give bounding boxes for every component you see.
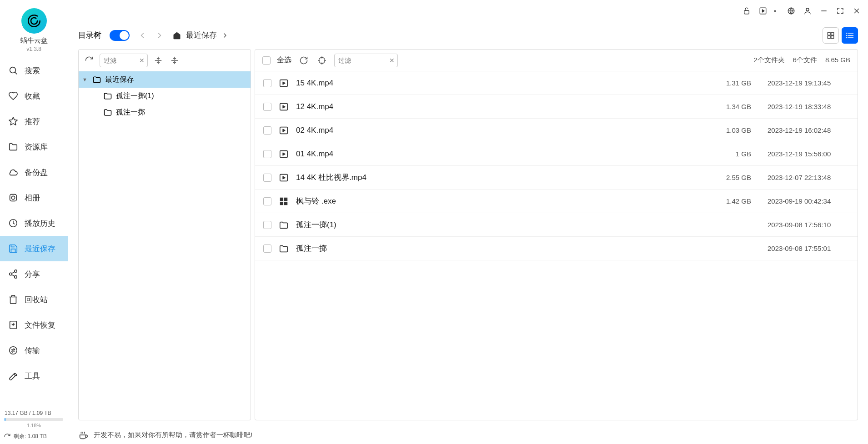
footer: 开发不易，如果对你有所帮助，请赏作者一杯咖啡吧!	[68, 426, 868, 444]
folder-icon	[103, 91, 112, 100]
sidebar-item-recover[interactable]: 文件恢复	[0, 312, 68, 338]
sidebar-item-heart[interactable]: 收藏	[0, 83, 68, 109]
sidebar-item-save[interactable]: 最近保存	[0, 236, 68, 261]
nav-forward[interactable]	[155, 31, 164, 40]
sidebar-item-label: 分享	[25, 269, 40, 279]
sidebar-item-search[interactable]: 搜索	[0, 58, 68, 83]
tree-toolbar: ✕	[79, 50, 251, 71]
row-checkbox[interactable]	[263, 244, 271, 253]
file-refresh[interactable]	[298, 55, 310, 66]
row-checkbox[interactable]	[263, 174, 271, 182]
video-icon	[279, 78, 289, 88]
play-menu-icon[interactable]	[759, 7, 767, 15]
unlock-icon[interactable]	[743, 7, 751, 15]
close-icon[interactable]	[853, 7, 861, 15]
sidebar-item-folder[interactable]: 资源库	[0, 134, 68, 160]
sidebar-item-album[interactable]: 相册	[0, 185, 68, 210]
file-name: 02 4K.mp4	[296, 126, 694, 135]
sidebar-item-star[interactable]: 推荐	[0, 109, 68, 134]
video-icon	[279, 125, 289, 135]
file-row[interactable]: 孤注一掷 2023-09-08 17:55:01	[255, 237, 858, 260]
file-row[interactable]: 枫与铃 .exe 1.42 GB 2023-09-19 00:42:34	[255, 190, 858, 213]
file-name: 14 4K 杜比视界.mp4	[296, 172, 694, 183]
row-checkbox[interactable]	[263, 197, 271, 205]
row-checkbox[interactable]	[263, 103, 271, 111]
sidebar-item-cloud[interactable]: 备份盘	[0, 160, 68, 185]
sidebar-item-label: 推荐	[25, 116, 40, 127]
row-checkbox[interactable]	[263, 221, 271, 229]
file-date: 2023-09-08 17:56:10	[758, 221, 849, 229]
file-row[interactable]: 01 4K.mp4 1 GB 2023-12-19 15:56:00	[255, 142, 858, 166]
sidebar-item-label: 资源库	[25, 142, 48, 152]
coffee-icon	[78, 430, 88, 440]
file-row[interactable]: 02 4K.mp4 1.03 GB 2023-12-19 16:02:48	[255, 119, 858, 142]
search-icon	[8, 65, 18, 75]
clock-icon	[8, 218, 18, 228]
folder-icon	[92, 75, 101, 84]
tree-toggle[interactable]	[110, 30, 130, 41]
file-row[interactable]: 15 4K.mp4 1.31 GB 2023-12-19 19:13:45	[255, 71, 858, 95]
view-grid-button[interactable]	[823, 27, 839, 44]
tree-toggle-label: 目录树	[78, 30, 101, 40]
file-date: 2023-09-19 00:42:34	[758, 197, 849, 205]
folder-icon	[103, 108, 112, 117]
file-name: 孤注一掷(1)	[296, 220, 694, 230]
file-row[interactable]: 12 4K.mp4 1.34 GB 2023-12-19 18:33:48	[255, 95, 858, 119]
wrench-icon	[8, 371, 18, 381]
row-checkbox[interactable]	[263, 79, 271, 87]
sidebar-item-label: 回收站	[25, 294, 48, 305]
sidebar-item-wrench[interactable]: 工具	[0, 363, 68, 389]
file-date: 2023-12-07 22:13:48	[758, 174, 849, 181]
row-checkbox[interactable]	[263, 150, 271, 158]
tree-filter-input[interactable]	[104, 57, 135, 64]
nav-back[interactable]	[138, 31, 147, 40]
tree-expand[interactable]	[152, 55, 164, 66]
file-date: 2023-12-19 18:33:48	[758, 103, 849, 110]
save-icon	[8, 244, 18, 254]
tree-arrow-icon[interactable]: ▼	[82, 77, 89, 82]
sidebar-item-label: 传输	[25, 345, 40, 356]
file-size: 1.34 GB	[701, 103, 751, 110]
file-filter-input[interactable]	[338, 57, 384, 64]
maximize-icon[interactable]	[836, 7, 844, 15]
row-checkbox[interactable]	[263, 126, 271, 135]
file-name: 孤注一掷	[296, 243, 694, 254]
sidebar-item-transfer[interactable]: 传输	[0, 338, 68, 363]
storage-used: 13.17 GB / 1.09 TB	[5, 410, 63, 416]
video-icon	[279, 173, 289, 183]
video-icon	[279, 102, 289, 112]
tree-item[interactable]: 孤注一掷(1)	[79, 88, 251, 104]
user-icon[interactable]	[803, 7, 812, 15]
tree-refresh[interactable]	[83, 55, 95, 66]
sidebar-item-label: 最近保存	[25, 244, 55, 254]
breadcrumb[interactable]: 最近保存	[172, 30, 229, 40]
sidebar-item-label: 工具	[25, 371, 40, 381]
tree-collapse[interactable]	[169, 55, 181, 66]
file-filter[interactable]: ✕	[334, 54, 398, 67]
view-list-button[interactable]	[842, 27, 858, 44]
file-row[interactable]: 14 4K 杜比视界.mp4 2.55 GB 2023-12-07 22:13:…	[255, 166, 858, 190]
storage-bar	[5, 418, 63, 421]
select-all-checkbox[interactable]	[262, 56, 271, 65]
sidebar-item-clock[interactable]: 播放历史	[0, 210, 68, 236]
tree-filter[interactable]: ✕	[100, 54, 148, 67]
minimize-icon[interactable]	[820, 7, 828, 15]
folder-icon	[8, 142, 18, 152]
tree-panel: ✕ ▼ 最近保存 孤注一掷(1)孤注一掷	[78, 49, 251, 420]
file-date: 2023-12-19 16:02:48	[758, 126, 849, 134]
theme-icon[interactable]	[787, 7, 795, 15]
file-row[interactable]: 孤注一掷(1) 2023-09-08 17:56:10	[255, 213, 858, 237]
file-panel: 全选 ✕ 2个文件夹 6个文件 8.65 GB 15 4K.mp4 1.3	[255, 49, 858, 420]
storage-percent: 1.18%	[5, 423, 63, 428]
sidebar-item-trash[interactable]: 回收站	[0, 287, 68, 312]
file-size: 2.55 GB	[701, 174, 751, 181]
sidebar-item-label: 相册	[25, 193, 40, 203]
chevron-down-icon[interactable]: ▾	[771, 7, 779, 15]
tree-root[interactable]: ▼ 最近保存	[79, 71, 251, 88]
clear-icon[interactable]: ✕	[139, 57, 145, 64]
sidebar-item-share[interactable]: 分享	[0, 261, 68, 287]
clear-icon[interactable]: ✕	[389, 57, 395, 64]
file-size: 1.31 GB	[701, 79, 751, 87]
file-locate[interactable]	[316, 55, 328, 66]
tree-item[interactable]: 孤注一掷	[79, 104, 251, 120]
